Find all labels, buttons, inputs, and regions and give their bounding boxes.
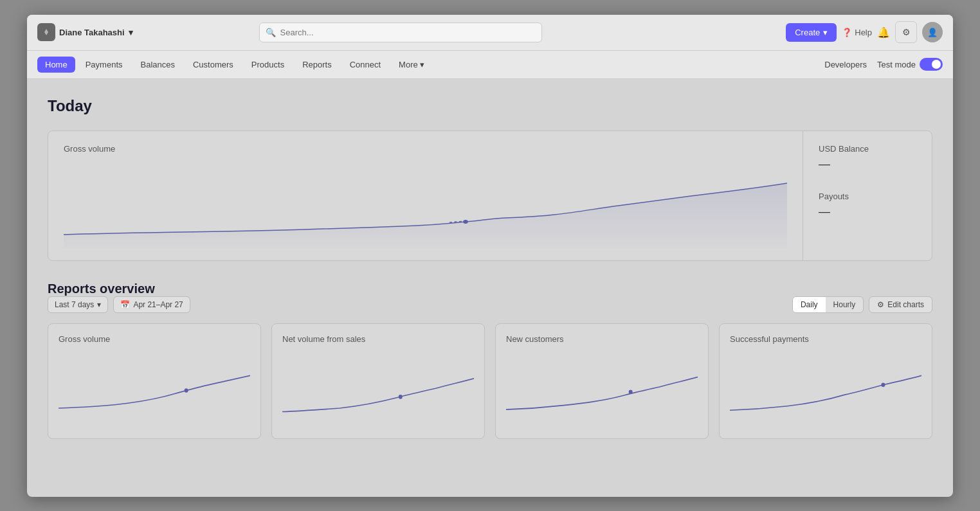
usd-balance-label: USD Balance — [819, 144, 916, 154]
nav-item-payments[interactable]: Payments — [78, 57, 131, 73]
svg-point-3 — [399, 395, 403, 399]
chart-card-new-customers: New customers — [495, 323, 709, 439]
hourly-toggle-button[interactable]: Hourly — [826, 297, 864, 312]
topbar-right: Create ▾ ❓ Help 🔔 ⚙ 👤 — [786, 21, 943, 43]
nav-item-connect[interactable]: Connect — [342, 57, 388, 73]
date-range-select[interactable]: Last 7 days ▾ — [48, 296, 108, 313]
nav-item-reports[interactable]: Reports — [295, 57, 340, 73]
gear-icon: ⚙ — [877, 300, 884, 309]
svg-point-1 — [463, 220, 468, 224]
user-name: Diane Takahashi — [59, 28, 125, 37]
payouts-value: — — [819, 205, 916, 219]
test-mode-toggle: Test mode — [877, 58, 943, 71]
chart-label-0: Gross volume — [59, 334, 250, 344]
charts-grid: Gross volume Net volume from sales — [48, 323, 932, 439]
nav-item-products[interactable]: Products — [244, 57, 292, 73]
chart-label-3: Successful payments — [730, 334, 921, 344]
date-range-picker[interactable]: 📅 Apr 21–Apr 27 — [113, 296, 190, 313]
chart-card-successful-payments: Successful payments — [719, 323, 932, 439]
create-button[interactable]: Create ▾ — [786, 23, 837, 42]
nav-item-balances[interactable]: Balances — [133, 57, 183, 73]
search-input[interactable] — [259, 22, 542, 42]
svg-point-4 — [629, 390, 633, 394]
chevron-down-icon: ▾ — [97, 300, 101, 309]
main-content: Today Gross volume — [27, 79, 953, 457]
calendar-icon: 📅 — [120, 300, 130, 309]
usd-balance-value: — — [819, 157, 916, 171]
bell-icon: 🔔 — [877, 26, 890, 39]
settings-button[interactable]: ⚙ — [895, 21, 917, 43]
payouts: Payouts — — [819, 192, 916, 219]
search-icon: 🔍 — [266, 28, 276, 37]
reports-overview-title: Reports overview — [48, 282, 932, 296]
gross-volume-chart — [64, 164, 787, 247]
gross-volume-panel: Gross volume — [48, 131, 803, 260]
stripe-logo — [37, 23, 55, 41]
mini-chart-new-customers — [506, 352, 698, 422]
user-icon: 👤 — [927, 28, 938, 37]
notifications-button[interactable]: 🔔 — [877, 26, 890, 39]
daily-hourly-toggle: Daily Hourly — [792, 296, 864, 313]
mini-chart-net-volume — [282, 352, 474, 422]
developers-link[interactable]: Developers — [824, 60, 867, 69]
chart-label-2: New customers — [506, 334, 698, 344]
daily-toggle-button[interactable]: Daily — [793, 297, 826, 312]
reports-controls: Last 7 days ▾ 📅 Apr 21–Apr 27 Daily Hour… — [48, 296, 932, 313]
chevron-down-icon: ▾ — [823, 28, 828, 37]
svg-point-5 — [881, 382, 885, 387]
nav-item-more[interactable]: More ▾ — [391, 57, 432, 73]
user-menu[interactable]: Diane Takahashi ▾ — [37, 23, 133, 41]
page-title: Today — [48, 97, 932, 115]
gross-volume-svg — [64, 164, 787, 247]
question-icon: ❓ — [842, 28, 852, 37]
mini-chart-gross-volume — [59, 352, 250, 422]
navbar: Home Payments Balances Customers Product… — [27, 51, 953, 79]
edit-charts-button[interactable]: ⚙ Edit charts — [869, 296, 932, 313]
search-bar: 🔍 — [259, 22, 542, 42]
chevron-down-icon: ▾ — [129, 28, 133, 37]
chevron-down-icon: ▾ — [420, 60, 424, 69]
svg-point-2 — [185, 388, 188, 393]
payouts-label: Payouts — [819, 192, 916, 201]
reports-overview: Reports overview Last 7 days ▾ 📅 Apr 21–… — [48, 282, 932, 439]
chart-label-1: Net volume from sales — [282, 334, 474, 344]
reports-controls-right: Daily Hourly ⚙ Edit charts — [792, 296, 932, 313]
test-mode-switch[interactable] — [920, 58, 943, 71]
gear-icon: ⚙ — [902, 27, 911, 37]
gross-volume-label: Gross volume — [64, 144, 787, 154]
mini-chart-successful-payments — [730, 352, 921, 422]
nav-right: Developers Test mode — [824, 58, 943, 71]
chart-card-gross-volume: Gross volume — [48, 323, 261, 439]
topbar: Diane Takahashi ▾ 🔍 Create ▾ ❓ Help 🔔 ⚙ — [27, 15, 953, 51]
nav-item-home[interactable]: Home — [37, 57, 75, 73]
usd-balance: USD Balance — — [819, 144, 916, 171]
nav-item-customers[interactable]: Customers — [185, 57, 241, 73]
user-avatar-button[interactable]: 👤 — [922, 22, 943, 42]
chart-card-net-volume: Net volume from sales — [271, 323, 485, 439]
side-metrics: USD Balance — Payouts — — [803, 131, 932, 260]
help-button[interactable]: ❓ Help — [842, 28, 872, 37]
today-section: Gross volume — [48, 130, 932, 261]
